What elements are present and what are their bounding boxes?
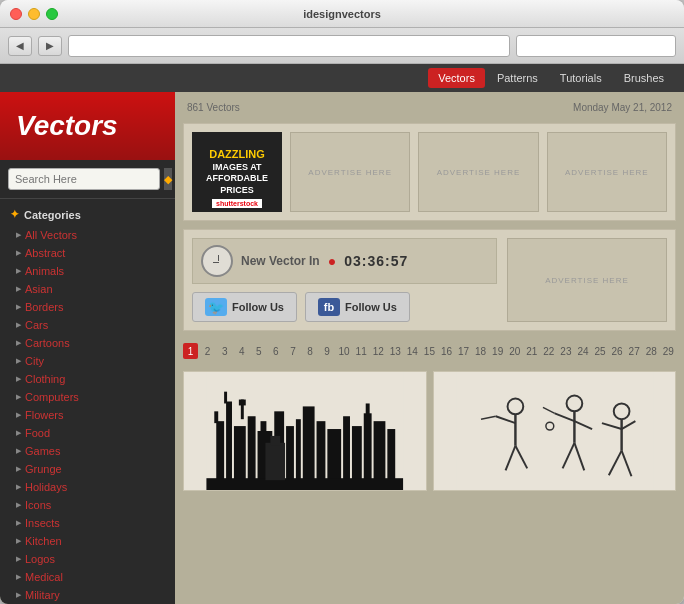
- category-animals[interactable]: Animals: [0, 262, 175, 280]
- category-insects[interactable]: Insects: [0, 514, 175, 532]
- content-header: 861 Vectors Monday May 21, 2012: [183, 100, 676, 115]
- close-button[interactable]: [10, 8, 22, 20]
- page-5[interactable]: 5: [251, 343, 266, 359]
- category-medical[interactable]: Medical: [0, 568, 175, 586]
- category-military[interactable]: Military: [0, 586, 175, 604]
- nav-vectors[interactable]: Vectors: [428, 68, 485, 88]
- thumbnail-grid: [183, 371, 676, 491]
- svg-rect-16: [352, 426, 362, 480]
- category-cartoons[interactable]: Cartoons: [0, 334, 175, 352]
- svg-rect-15: [343, 416, 350, 480]
- ad-placeholder-3[interactable]: ADVERTISE HERE: [547, 132, 667, 212]
- svg-rect-6: [248, 416, 256, 480]
- page-14[interactable]: 14: [405, 343, 420, 359]
- category-kitchen[interactable]: Kitchen: [0, 532, 175, 550]
- sidebar: Vectors ◆ ✦ Categories All Vectors Abstr…: [0, 92, 175, 604]
- page-28[interactable]: 28: [644, 343, 659, 359]
- page-13[interactable]: 13: [388, 343, 403, 359]
- url-input[interactable]: [68, 35, 510, 57]
- back-button[interactable]: ◀: [8, 36, 32, 56]
- page-23[interactable]: 23: [558, 343, 573, 359]
- facebook-icon: fb: [318, 298, 340, 316]
- category-abstract[interactable]: Abstract: [0, 244, 175, 262]
- browser-search-input[interactable]: [516, 35, 676, 57]
- page-7[interactable]: 7: [285, 343, 300, 359]
- forward-button[interactable]: ▶: [38, 36, 62, 56]
- page-24[interactable]: 24: [575, 343, 590, 359]
- svg-rect-4: [224, 392, 227, 404]
- category-borders[interactable]: Borders: [0, 298, 175, 316]
- main-ad[interactable]: DAZZLING IMAGES AT AFFORDABLE PRICES shu…: [192, 132, 282, 212]
- browser-titlebar: idesignvectors: [0, 0, 684, 28]
- thumbnail-nyc[interactable]: [183, 371, 427, 491]
- sidebar-search-input[interactable]: [8, 168, 160, 190]
- category-logos[interactable]: Logos: [0, 550, 175, 568]
- page-22[interactable]: 22: [541, 343, 556, 359]
- page-25[interactable]: 25: [593, 343, 608, 359]
- nav-patterns[interactable]: Patterns: [487, 68, 548, 88]
- category-asian[interactable]: Asian: [0, 280, 175, 298]
- ad-line1: DAZZLING: [206, 147, 268, 161]
- page-1[interactable]: 1: [183, 343, 198, 359]
- ad-placeholder-2[interactable]: ADVERTISE HERE: [418, 132, 538, 212]
- category-clothing[interactable]: Clothing: [0, 370, 175, 388]
- svg-rect-24: [265, 443, 285, 480]
- ad-placeholder-1[interactable]: ADVERTISE HERE: [290, 132, 410, 212]
- page-18[interactable]: 18: [473, 343, 488, 359]
- page-17[interactable]: 17: [456, 343, 471, 359]
- page-12[interactable]: 12: [371, 343, 386, 359]
- page-6[interactable]: 6: [268, 343, 283, 359]
- category-flowers[interactable]: Flowers: [0, 406, 175, 424]
- thumbnail-baseball[interactable]: [433, 371, 677, 491]
- twitter-follow-label: Follow Us: [232, 301, 284, 313]
- category-all-vectors[interactable]: All Vectors: [0, 226, 175, 244]
- ad-line2: IMAGES AT: [206, 162, 268, 174]
- svg-rect-18: [366, 403, 370, 415]
- category-computers[interactable]: Computers: [0, 388, 175, 406]
- category-food[interactable]: Food: [0, 424, 175, 442]
- page-10[interactable]: 10: [337, 343, 352, 359]
- twitter-follow-button[interactable]: 🐦 Follow Us: [192, 292, 297, 322]
- svg-rect-19: [374, 421, 386, 480]
- category-games[interactable]: Games: [0, 442, 175, 460]
- sidebar-categories: ✦ Categories All Vectors Abstract Animal…: [0, 199, 175, 604]
- sidebar-title: Vectors: [16, 110, 159, 142]
- category-grunge[interactable]: Grunge: [0, 460, 175, 478]
- page-29[interactable]: 29: [661, 343, 676, 359]
- nav-tutorials[interactable]: Tutorials: [550, 68, 612, 88]
- page-19[interactable]: 19: [490, 343, 505, 359]
- category-holidays[interactable]: Holidays: [0, 478, 175, 496]
- page-16[interactable]: 16: [439, 343, 454, 359]
- minimize-button[interactable]: [28, 8, 40, 20]
- browser-window: idesignvectors ◀ ▶ Vectors Patterns Tuto…: [0, 0, 684, 604]
- page-20[interactable]: 20: [507, 343, 522, 359]
- page-4[interactable]: 4: [234, 343, 249, 359]
- category-icons[interactable]: Icons: [0, 496, 175, 514]
- page-11[interactable]: 11: [354, 343, 369, 359]
- page-27[interactable]: 27: [627, 343, 642, 359]
- ad-line4: PRICES: [206, 185, 268, 197]
- timer-label: New Vector In: [241, 254, 320, 268]
- nav-brushes[interactable]: Brushes: [614, 68, 674, 88]
- svg-rect-1: [216, 421, 224, 480]
- browser-toolbar: ◀ ▶: [0, 28, 684, 64]
- page-21[interactable]: 21: [524, 343, 539, 359]
- page-8[interactable]: 8: [302, 343, 317, 359]
- maximize-button[interactable]: [46, 8, 58, 20]
- baseball-svg: [434, 372, 676, 490]
- page-2[interactable]: 2: [200, 343, 215, 359]
- timer-ad[interactable]: ADVERTISE HERE: [507, 238, 667, 322]
- page-26[interactable]: 26: [610, 343, 625, 359]
- svg-rect-26: [456, 372, 653, 490]
- shutterstock-logo: shutterstock: [212, 199, 262, 208]
- page-3[interactable]: 3: [217, 343, 232, 359]
- sidebar-search-button[interactable]: ◆: [164, 168, 172, 190]
- category-cars[interactable]: Cars: [0, 316, 175, 334]
- page-9[interactable]: 9: [320, 343, 335, 359]
- facebook-follow-button[interactable]: fb Follow Us: [305, 292, 410, 322]
- svg-rect-10: [286, 426, 294, 480]
- category-city[interactable]: City: [0, 352, 175, 370]
- page-15[interactable]: 15: [422, 343, 437, 359]
- svg-rect-25: [270, 436, 280, 446]
- star-icon: ✦: [10, 208, 19, 221]
